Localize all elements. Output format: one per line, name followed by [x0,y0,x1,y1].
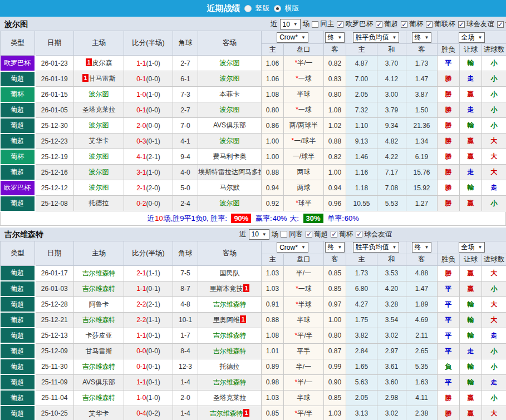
col-odds-away: 客 [324,44,346,56]
match-row: 葡超25-12-13卡莎皮亚1-1(0-1)1-7吉尔维森特1.08*平/半0.… [1,328,506,343]
odds-home-cell: 1.06 [262,71,284,87]
odds-away-cell: 0.83 [324,71,346,87]
same-venue-checkbox[interactable] [312,21,318,28]
home-team-name: 吉尔维森特 [82,316,116,324]
league-badge: 葡超 [1,134,35,149]
avg-odds-select[interactable]: 胜平负均值▼ [353,32,400,43]
final-avg-value: 终 [415,33,421,42]
final-avg-select[interactable]: 终▼ [412,32,432,43]
avg-away-cell: 4.11 [406,390,438,406]
home-team-cell: AVS俱乐部 [74,374,124,390]
scope-select[interactable]: 全场▼ [459,242,485,253]
match-date: 25-12-30 [35,118,74,134]
home-team-cell: 1甘马雷斯 [74,71,124,87]
horizontal-layout-radio[interactable] [274,5,281,12]
handicap-value: 一球 [298,75,312,82]
competition-checkbox[interactable] [306,231,312,238]
final-odds-select[interactable]: 终▼ [325,242,345,253]
competition-checkbox[interactable] [356,231,362,238]
competition-checkbox[interactable] [497,21,504,28]
match-row: 葡超25-12-09甘马雷斯0-0(0-0)8-4吉尔维森特1.01平手0.87… [1,343,506,359]
odds-away-cell: 0.96 [324,196,346,211]
halftime-score: (1-0) [146,60,160,67]
league-badge: 葡超 [1,406,35,420]
col-handicap: 盘口 [284,254,324,265]
matches-count-select[interactable]: 10▼ [249,229,269,240]
col-handicap-result: 让球 [460,254,482,265]
filter-bar: 近10▼场同客葡超葡杯球会友谊 [238,228,394,241]
chevron-down-icon: ▼ [301,245,306,250]
result-handicap-cell: 贏 [460,134,482,149]
handicap-value: 平手 [297,347,311,355]
match-date: 26-01-15 [35,87,74,102]
score-cell: 2-2(2-1) [124,297,173,312]
avg-draw-cell: 4.12 [377,71,406,87]
league-badge: 欧罗巴杯 [1,180,35,196]
avg-odds-select[interactable]: 胜平负均值▼ [353,242,400,253]
same-venue-checkbox[interactable] [281,231,287,238]
match-date: 25-12-21 [35,312,74,328]
score-cell: 4-1(2-1) [124,149,173,165]
col-corner: 角球 [173,241,198,265]
score-cell: 0-3(0-1) [124,134,173,149]
competition-checkbox[interactable] [426,21,433,28]
avg-draw-cell: 7.08 [377,180,406,196]
competition-checkbox[interactable] [376,21,382,28]
competition-label: 球会友谊 [466,19,494,29]
section-gil-vicente: 吉尔维森特 近10▼场同客葡超葡杯球会友谊 类型 日期 主场 比分(半场) 角球… [0,227,506,420]
handicap-value: 一球 [298,106,312,113]
match-row: 葡超25-12-23艾华卡0-3(0-1)4-1波尔图1.00*一/球半0.88… [1,134,506,149]
handicap-cell: 半球 [284,312,324,328]
competition-checkbox[interactable] [458,21,465,28]
matches-count-select[interactable]: 10▼ [280,19,301,29]
avg-home-cell: 2.05 [346,87,377,102]
summary-segment: 60% [345,214,359,223]
competition-checkbox[interactable] [401,21,407,28]
odds-away-cell: 0.80 [324,328,346,343]
avg-draw-cell: 4.82 [377,134,406,149]
odds-home-cell: 1.00 [262,149,284,165]
vertical-layout-radio[interactable] [244,5,252,12]
handicap-cell: *平/半 [284,328,324,343]
result-goals-cell: 小 [482,281,506,297]
final-odds-value: 终 [328,243,335,252]
away-team-name: 波尔图 [220,106,240,113]
match-row: 葡超26-01-191甘马雷斯0-1(0-0)6-1波尔图1.06*一球0.83… [1,71,506,87]
scope-select[interactable]: 全场▼ [459,32,485,43]
scope-value: 全场 [461,33,475,42]
home-team-cell: 阿鲁卡 [74,297,124,312]
competition-label: 葡联杯 [434,19,455,29]
match-row: 葡超25-10-25艾华卡0-4(0-2)1-4吉尔维森特10.85*平/半1.… [1,406,506,420]
avg-away-cell: 5.35 [406,359,438,374]
avg-home-cell: 7.32 [346,102,377,118]
match-date: 25-12-23 [35,134,74,149]
final-avg-select[interactable]: 终▼ [412,242,432,253]
competition-checkbox[interactable] [331,231,337,238]
odds-home-cell: 0.94 [262,180,284,196]
col-wdl: 胜负 [438,254,460,265]
col-odds-home: 主 [262,44,284,56]
handicap-cell: 两/两球半 [284,118,324,134]
competition-checkbox[interactable] [337,21,343,28]
final-odds-select[interactable]: 终▼ [325,32,345,43]
home-team-name: 甘马雷斯 [89,75,116,82]
corners-cell: 5-0 [173,180,198,196]
summary-segment: 30% [303,214,323,223]
handicap-value: 两球 [297,168,311,176]
avg-draw-cell: 4.22 [377,149,406,165]
league-badge: 葡超 [1,118,35,134]
halftime-score: (0-1) [146,332,160,339]
halftime-score: (0-0) [146,200,160,207]
odds-company-select[interactable]: Crow*▼ [277,242,308,253]
fulltime-score: 0-2 [136,200,146,207]
col-avg-away: 客 [406,44,438,56]
odds-home-cell: 0.92 [262,196,284,211]
team-name: 吉尔维森特 [4,228,43,241]
result-handicap-cell: 贏 [460,196,482,211]
match-date: 26-01-19 [35,71,74,87]
summary-segment: 10 [155,214,163,223]
odds-company-select[interactable]: Crow*▼ [277,32,308,43]
chevron-down-icon: ▼ [478,35,483,40]
halftime-score: (0-0) [146,347,160,355]
match-date: 26-01-23 [35,56,74,71]
